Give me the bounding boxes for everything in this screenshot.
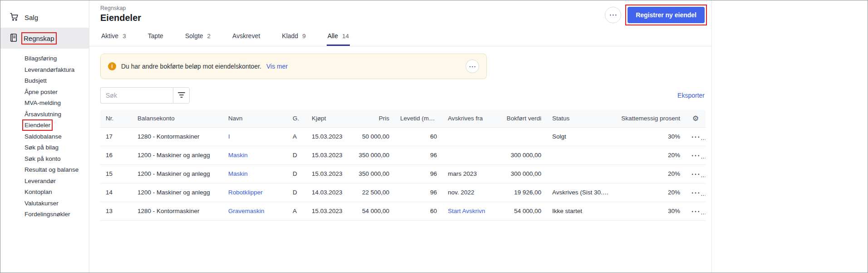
tab-count: 2 <box>207 33 211 40</box>
sidebar-item-label-annotated: Regnskap <box>24 35 54 42</box>
table-settings-gear-icon[interactable]: ⚙ <box>692 114 699 122</box>
register-new-asset-button[interactable]: Registrer ny eiendel <box>628 7 705 23</box>
cell-levetid: 96 <box>395 183 442 202</box>
asset-status-tabs: Aktive3TapteSolgte2AvskrevetKladd9Alle14 <box>89 23 711 46</box>
warning-banner: i Du har andre bokførte beløp mot eiende… <box>100 54 487 79</box>
row-actions-ellipsis-icon[interactable]: ⋯ <box>691 150 706 160</box>
cell-pris: 54 000,00 <box>349 202 395 220</box>
cell-kjopt: 15.03.2023 <box>306 202 349 220</box>
sidebar-item-rsavslutning[interactable]: Årsavslutning <box>25 111 89 118</box>
tab-avskrevet[interactable]: Avskrevet <box>231 27 261 46</box>
cell-status: Ikke startet <box>547 202 615 220</box>
row-actions-ellipsis-icon[interactable]: ⋯ <box>691 132 706 142</box>
sidebar-item-pne-poster[interactable]: Åpne poster <box>25 89 89 96</box>
row-actions-ellipsis-icon[interactable]: ⋯ <box>691 188 706 198</box>
tab-solgte[interactable]: Solgte2 <box>184 27 211 46</box>
sidebar-item-s-k-p-konto[interactable]: Søk på konto <box>25 155 89 163</box>
sidebar-item-bilagsf-ring[interactable]: Bilagsføring <box>25 55 89 62</box>
cell-bokfort: 300 000,00 <box>493 146 547 164</box>
table-row: 171280 - KontormaskinerIA15.03.202350 00… <box>100 127 706 146</box>
sidebar-item-label: Kontoplan <box>25 189 52 195</box>
cell-bokfort: 54 000,00 <box>493 202 547 220</box>
cell-link-navn[interactable]: Robotklipper <box>228 189 263 196</box>
sidebar-item-mva-melding[interactable]: MVA-melding <box>25 99 89 107</box>
sidebar-item-budsjett[interactable]: Budsjett <box>25 77 89 84</box>
sidebar-item-saldobalanse[interactable]: Saldobalanse <box>25 133 89 140</box>
cell-kjopt: 15.03.2023 <box>306 127 349 146</box>
cell-link-navn[interactable]: Gravemaskin <box>228 208 265 214</box>
cell-bokfort: 300 000,00 <box>493 164 547 183</box>
page-title: Eiendeler <box>100 13 141 23</box>
column-header-avskrives-fra: Avskrives fra <box>442 110 493 127</box>
column-header-balansekonto: Balansekonto <box>132 110 223 127</box>
tab-label: Kladd <box>282 32 298 40</box>
table-row: 131280 - KontormaskinerGravemaskinA15.03… <box>100 202 706 220</box>
column-header-status: Status <box>547 110 615 127</box>
tab-kladd[interactable]: Kladd9 <box>281 27 306 46</box>
search-input[interactable] <box>100 87 173 104</box>
sidebar-item-label: Saldobalanse <box>25 133 62 140</box>
cell-pris: 350 000,00 <box>349 164 395 183</box>
sidebar-item-eiendeler[interactable]: Eiendeler <box>25 122 89 129</box>
assets-table: Nr.BalansekontoNavnG.KjøptPrisLevetid (m… <box>100 110 705 221</box>
cell-levetid: 60 <box>395 202 442 220</box>
sidebar-item-s-k-p-bilag[interactable]: Søk på bilag <box>25 144 89 151</box>
cell-prosent: 20% <box>615 146 686 164</box>
cell-avskrives <box>442 127 493 146</box>
tab-label: Alle <box>328 32 338 40</box>
cell-kjopt: 15.03.2023 <box>306 164 349 183</box>
sidebar-subnav: BilagsføringLeverandørfakturaBudsjettÅpn… <box>0 55 89 218</box>
banner-show-more-link[interactable]: Vis mer <box>266 63 288 70</box>
cell-prosent: 30% <box>615 202 686 220</box>
column-header-g: G. <box>287 110 306 127</box>
cell-navn: Gravemaskin <box>223 202 287 220</box>
filter-button[interactable] <box>173 87 190 104</box>
main-content: Regnskap Eiendeler ⋯ Registrer ny eiende… <box>89 0 711 273</box>
cell-konto: 1200 - Maskiner og anlegg <box>132 164 223 183</box>
sidebar-item-leverand-rfaktura[interactable]: Leverandørfaktura <box>25 66 89 74</box>
banner-text: Du har andre bokførte beløp mot eiendels… <box>121 63 261 70</box>
sidebar-item-kontoplan[interactable]: Kontoplan <box>25 189 89 196</box>
sidebar-item-leverand-r[interactable]: Leverandør <box>25 178 89 185</box>
tab-tapte[interactable]: Tapte <box>147 27 164 46</box>
sidebar-item-resultat-og-balanse[interactable]: Resultat og balanse <box>25 166 89 174</box>
sidebar-item-fordelingsn-kler[interactable]: Fordelingsnøkler <box>25 211 89 218</box>
cell-link-navn[interactable]: Maskin <box>228 152 248 159</box>
cell-nr: 17 <box>100 127 132 146</box>
cell-nr: 15 <box>100 164 132 183</box>
sidebar-item-label: Salg <box>25 14 38 21</box>
tab-label: Avskrevet <box>232 32 260 40</box>
cell-pris: 350 000,00 <box>349 146 395 164</box>
cell-link-navn[interactable]: I <box>228 133 230 140</box>
column-header-nr: Nr. <box>100 110 132 127</box>
row-actions-ellipsis-icon[interactable]: ⋯ <box>691 169 706 179</box>
export-link[interactable]: Eksporter <box>677 92 705 99</box>
sidebar-item-label: MVA-melding <box>25 99 61 106</box>
cell-avskrives: mars 2023 <box>442 164 493 183</box>
tab-alle[interactable]: Alle14 <box>327 27 350 46</box>
cell-avskrives: Start Avskrivn <box>442 202 493 220</box>
table-toolbar: Eksporter <box>100 87 705 104</box>
cell-navn: Robotklipper <box>223 183 287 202</box>
cell-status: Avskrives (Sist 30.09.2 <box>547 183 615 202</box>
sidebar-item-regnskap[interactable]: Regnskap <box>0 28 89 49</box>
cell-status <box>547 164 615 183</box>
cell-link-navn[interactable]: Maskin <box>228 170 248 177</box>
column-header-pris: Pris <box>349 110 395 127</box>
cell-bokfort <box>493 127 547 146</box>
banner-more-actions-button[interactable]: ⋯ <box>466 60 479 73</box>
cell-prosent: 20% <box>615 183 686 202</box>
table-row: 141200 - Maskiner og anleggRobotklipperD… <box>100 183 706 202</box>
row-actions-ellipsis-icon[interactable]: ⋯ <box>691 206 706 216</box>
page-more-actions-button[interactable]: ⋯ <box>605 7 621 23</box>
cell-link-avskrives[interactable]: Start Avskrivn <box>448 208 485 214</box>
table-row: 151200 - Maskiner og anleggMaskinD15.03.… <box>100 164 706 183</box>
sidebar-item-salg[interactable]: Salg <box>0 7 89 28</box>
tab-count: 14 <box>342 33 349 40</box>
column-header-skattemessig-prosent: Skattemessig prosent <box>615 110 686 127</box>
cell-konto: 1280 - Kontormaskiner <box>132 127 223 146</box>
tab-aktive[interactable]: Aktive3 <box>100 27 127 46</box>
table-row: 161200 - Maskiner og anleggMaskinD15.03.… <box>100 146 706 164</box>
sidebar-item-valutakurser[interactable]: Valutakurser <box>25 200 89 207</box>
cell-kjopt: 14.03.2023 <box>306 183 349 202</box>
